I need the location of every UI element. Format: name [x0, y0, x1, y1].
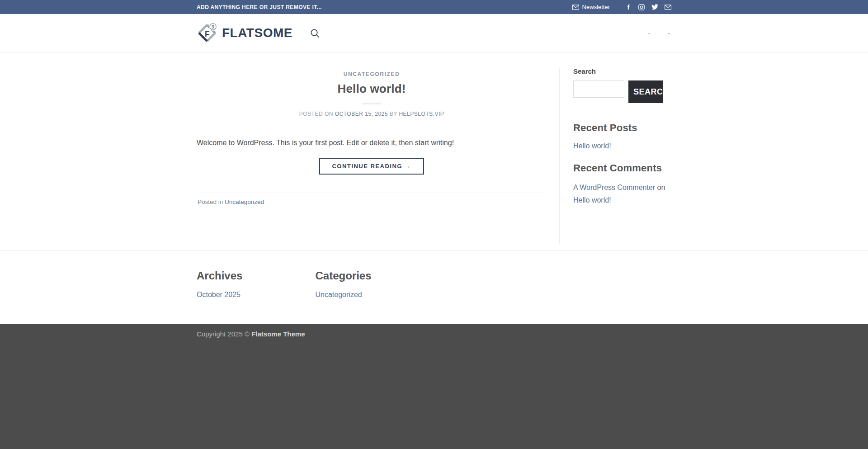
- footer-empty-col-2: [553, 269, 672, 299]
- nav-divider: [659, 25, 659, 41]
- categories-title: Categories: [316, 269, 434, 282]
- topbar-right: Newsletter f: [572, 4, 671, 11]
- copyright-text: Copyright 2025 ©: [197, 330, 250, 338]
- flatsome-diamond-icon: F 3: [197, 23, 217, 43]
- sidebar-search-input[interactable]: [573, 80, 624, 98]
- theme-name: Flatsome Theme: [251, 330, 305, 338]
- post-meta: POSTED ON OCTOBER 15, 2025 BY HELPSLOTS.…: [197, 111, 547, 117]
- post-date-link[interactable]: OCTOBER 15, 2025: [335, 111, 388, 117]
- instagram-link[interactable]: [638, 4, 645, 11]
- search-widget-title: Search: [573, 67, 671, 75]
- archive-link[interactable]: October 2025: [197, 291, 241, 299]
- newsletter-link[interactable]: Newsletter: [572, 4, 610, 10]
- sidebar: Search SEARCH Recent Posts Hello world! …: [573, 52, 671, 250]
- instagram-icon: [638, 4, 645, 10]
- top-bar: ADD ANYTHING HERE OR JUST REMOVE IT... N…: [0, 0, 868, 14]
- footer-bar: Copyright 2025 © Flatsome Theme: [0, 324, 868, 449]
- envelope-icon: [572, 5, 579, 10]
- post-title: Hello world!: [197, 82, 547, 96]
- footer-empty-col-1: [434, 269, 553, 299]
- posted-in-category-link[interactable]: Uncategorized: [225, 199, 264, 205]
- facebook-icon: f: [627, 4, 630, 10]
- post-author-link[interactable]: HELPSLOTS.VIP: [399, 111, 444, 117]
- recent-post-link[interactable]: Hello world!: [573, 142, 611, 150]
- post-excerpt: Welcome to WordPress. This is your first…: [197, 137, 547, 149]
- email-link[interactable]: [664, 4, 671, 11]
- recent-comments-title: Recent Comments: [573, 162, 671, 174]
- search-widget: Search SEARCH: [573, 67, 671, 103]
- categories-widget: Categories Uncategorized: [316, 269, 434, 299]
- title-divider: [363, 103, 381, 104]
- site-header: F 3 FLATSOME - -: [0, 14, 868, 52]
- posted-on-label: POSTED ON: [299, 111, 333, 117]
- category-link[interactable]: Uncategorized: [316, 291, 362, 299]
- search-toggle-button[interactable]: [310, 28, 320, 38]
- svg-text:F: F: [205, 30, 209, 38]
- continue-reading-button[interactable]: CONTINUE READING →: [319, 158, 424, 175]
- search-icon: [310, 28, 320, 38]
- recent-comment-item: A WordPress Commenter on Hello world!: [573, 181, 671, 207]
- twitter-link[interactable]: [651, 4, 658, 11]
- twitter-icon: [651, 4, 658, 10]
- content-sidebar-divider: [559, 68, 560, 244]
- sidebar-search-button[interactable]: SEARCH: [628, 80, 663, 103]
- logo-badge-3: 3: [212, 24, 214, 29]
- posted-in-label: Posted in: [198, 199, 223, 205]
- archives-widget: Archives October 2025: [197, 269, 316, 299]
- recent-posts-title: Recent Posts: [573, 122, 671, 134]
- email-icon: [665, 5, 671, 10]
- by-label: BY: [390, 111, 397, 117]
- comment-author-link[interactable]: A WordPress Commenter: [573, 184, 655, 191]
- topbar-message: ADD ANYTHING HERE OR JUST REMOVE IT...: [197, 4, 322, 10]
- newsletter-label: Newsletter: [582, 4, 610, 10]
- nav-item-1[interactable]: -: [647, 29, 652, 37]
- nav-item-2[interactable]: -: [666, 29, 671, 37]
- logo-text: FLATSOME: [222, 26, 292, 40]
- comment-on-label: on: [657, 184, 665, 191]
- site-logo[interactable]: F 3 FLATSOME: [197, 23, 292, 43]
- archives-title: Archives: [197, 269, 316, 282]
- post-footer-meta: Posted in Uncategorized: [197, 193, 547, 211]
- main-area: UNCATEGORIZED Hello world! POSTED ON OCT…: [0, 52, 868, 250]
- facebook-link[interactable]: f: [625, 4, 632, 11]
- footer-widgets: Archives October 2025 Categories Uncateg…: [0, 250, 868, 324]
- post-article: UNCATEGORIZED Hello world! POSTED ON OCT…: [197, 52, 547, 250]
- post-category-link[interactable]: UNCATEGORIZED: [344, 71, 400, 77]
- recent-comments-widget: Recent Comments A WordPress Commenter on…: [573, 162, 671, 207]
- comment-post-link[interactable]: Hello world!: [573, 196, 611, 204]
- header-nav: - -: [647, 25, 671, 41]
- recent-posts-widget: Recent Posts Hello world!: [573, 122, 671, 150]
